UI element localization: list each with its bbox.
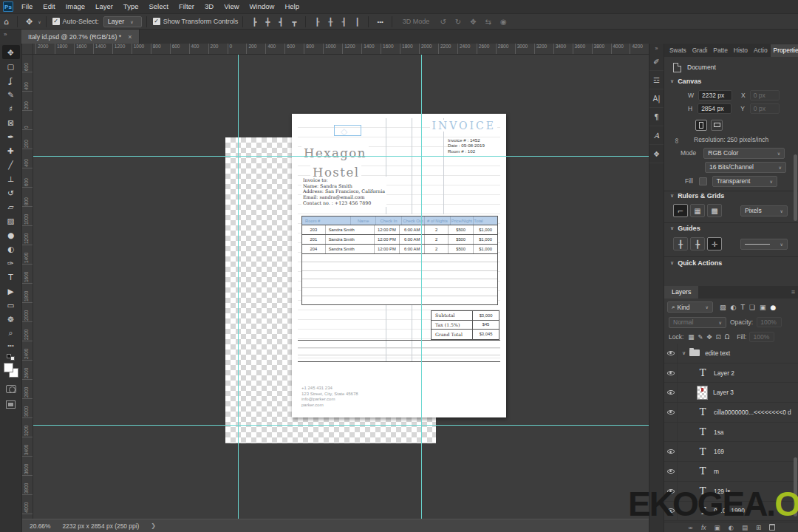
paragraph-panel-icon[interactable]: ¶ [649,108,664,126]
link-layers-icon[interactable]: ∞ [688,523,693,532]
panel-tab[interactable]: Patte [710,44,731,57]
lock-artboard-icon[interactable]: ⊡ [716,333,721,341]
layer-name[interactable]: Layer 3 [713,389,734,396]
menu-item[interactable]: Select [143,0,173,13]
blend-mode-dropdown[interactable]: Normal ∨ [669,317,726,328]
home-icon[interactable]: ⌂ [0,17,13,27]
fill-dropdown[interactable]: Transparent ∨ [712,176,777,187]
lock-guides-icon[interactable]: ╊ [690,237,705,250]
layer-name[interactable]: Layer 2 [714,369,734,377]
vertical-ruler[interactable]: 6004002000200400600800100012001400160018… [22,55,33,519]
default-colors-icon[interactable] [7,354,15,361]
distribute-vertical-icon[interactable]: ┃ [350,18,364,26]
menu-item[interactable]: Window [245,0,280,13]
distribute-right-edges-icon[interactable]: ┨ [337,18,350,26]
layer-row[interactable]: ∨ T cilla0000000...<<<<<<<<0 d [664,403,798,423]
screen-mode-icon[interactable] [6,400,16,409]
layer-effects-icon[interactable]: fx [701,523,706,532]
move-tool-options-icon[interactable]: ✥ [22,17,36,27]
color-swatches[interactable] [4,363,18,378]
type-tool[interactable]: T [2,270,20,284]
panel-tab[interactable]: Histo [731,44,751,57]
path-selection-tool[interactable]: ▶ [2,284,20,298]
3d-slide-icon[interactable]: ⇆ [481,18,496,26]
lock-position-icon[interactable]: ✥ [706,333,712,341]
menu-item[interactable]: Layer [90,0,118,13]
group-chevron-icon[interactable]: ∨ [682,350,686,356]
layer-fill-field[interactable]: 100% [749,332,774,342]
visibility-toggle[interactable] [664,423,678,442]
foreground-color-swatch[interactable] [4,363,13,372]
fill-color-checkbox[interactable] [699,177,707,185]
hand-tool[interactable]: ☸ [2,312,20,326]
menu-item[interactable]: Edit [38,0,60,13]
menu-item[interactable]: 3D [200,0,219,13]
filter-toggle-icon[interactable]: ● [768,304,777,311]
layer-name[interactable]: 169 [714,448,724,455]
document-tab[interactable]: Italy id.psd @ 20.7% (RGB/16) * × [21,30,140,44]
lock-transparency-icon[interactable]: ▦ [688,333,694,341]
layer-mask-icon[interactable]: ▣ [715,523,720,532]
layer-name[interactable]: edite text [705,349,730,357]
visibility-toggle[interactable] [664,403,678,422]
expand-panels-icon[interactable]: » [655,44,658,52]
layer-row[interactable]: ∨ T 169 [664,442,798,462]
menu-item[interactable]: Filter [174,0,200,13]
history-brush-tool[interactable]: ↺ [2,185,20,200]
canvas-height-field[interactable]: 2854 px [698,103,732,114]
layer-row[interactable]: ∨ T edite text [664,344,798,364]
horizontal-ruler[interactable]: 2000180016001400120010008006004002000200… [22,44,649,55]
toggle-rulers-icon[interactable]: ⌐ [673,204,688,217]
glyphs-panel-icon[interactable]: A [649,126,664,145]
blur-tool[interactable]: ● [2,228,20,242]
align-top-edges-icon[interactable]: ┳ [287,18,301,26]
properties-scrollbar[interactable] [794,154,797,221]
dodge-tool[interactable]: ◐ [2,242,20,256]
rectangular-marquee-tool[interactable]: ▢ [2,59,20,73]
align-horizontal-centers-icon[interactable]: ╋ [261,18,274,26]
rulers-grids-section-header[interactable]: ∨ Rulers & Grids [664,192,798,200]
panel-tab[interactable]: Swats [666,44,689,57]
new-guide-layout-icon[interactable]: ╂ [673,237,688,250]
layers-menu-icon[interactable]: ≡ [791,288,795,296]
visibility-toggle[interactable] [664,442,678,461]
toggle-grid-icon[interactable]: ▦ [690,204,705,217]
menu-item[interactable]: File [16,0,38,13]
filter-shape-layers-icon[interactable]: ❏ [748,304,757,311]
auto-select-checkbox[interactable]: ✓ [52,18,60,25]
logo-selection-box[interactable] [334,125,361,136]
3d-orbit-icon[interactable]: ↺ [435,18,450,26]
pen-tool[interactable]: ✑ [2,256,20,270]
quick-actions-section-header[interactable]: ∨ Quick Actions [664,259,798,267]
visibility-toggle[interactable] [664,344,678,363]
menu-item[interactable]: Image [61,0,90,13]
filter-smart-objects-icon[interactable]: ▣ [758,304,768,311]
layer-name[interactable]: 1sa [714,429,724,436]
lasso-tool[interactable]: ʆ [2,73,20,87]
menu-item[interactable]: Help [279,0,304,13]
invoice-document[interactable]: ◇ INVOICE Invoice # : 1452Date : 05-08-2… [292,114,506,417]
panel-tab[interactable]: Actio [751,44,771,57]
delete-layer-icon[interactable] [769,524,775,531]
align-left-edges-icon[interactable]: ┣ [248,18,261,26]
bit-depth-dropdown[interactable]: 16 Bits/Channel ∨ [705,162,786,173]
tab-overflow-icon[interactable]: » [4,31,7,38]
edit-toolbar-icon[interactable]: ••• [7,342,13,349]
distribute-left-edges-icon[interactable]: ┠ [310,18,324,26]
horizontal-guide[interactable] [33,156,649,157]
horizontal-guide[interactable] [33,425,649,426]
rectangle-tool[interactable]: ▭ [2,298,20,312]
layer-row[interactable]: ∨ T Layer 2 [664,364,798,383]
quick-mask-icon[interactable] [6,385,16,393]
filter-type-layers-icon[interactable]: T [739,304,746,311]
layer-row[interactable]: ∨ T Layer 3 [664,383,798,403]
distribute-horizontal-centers-icon[interactable]: ╂ [324,18,337,26]
layer-name[interactable]: cilla0000000...<<<<<<<<0 d [714,409,791,416]
eyedropper-tool[interactable]: ✒ [2,129,20,143]
crop-tool[interactable]: ♯ [2,101,20,115]
layers-tab[interactable]: Layers [664,286,698,299]
canvas-x-field[interactable]: 0 px [750,90,780,100]
canvas-y-field[interactable]: 0 px [750,103,780,114]
align-right-edges-icon[interactable]: ┫ [274,18,287,26]
vertical-guide[interactable] [238,55,239,519]
